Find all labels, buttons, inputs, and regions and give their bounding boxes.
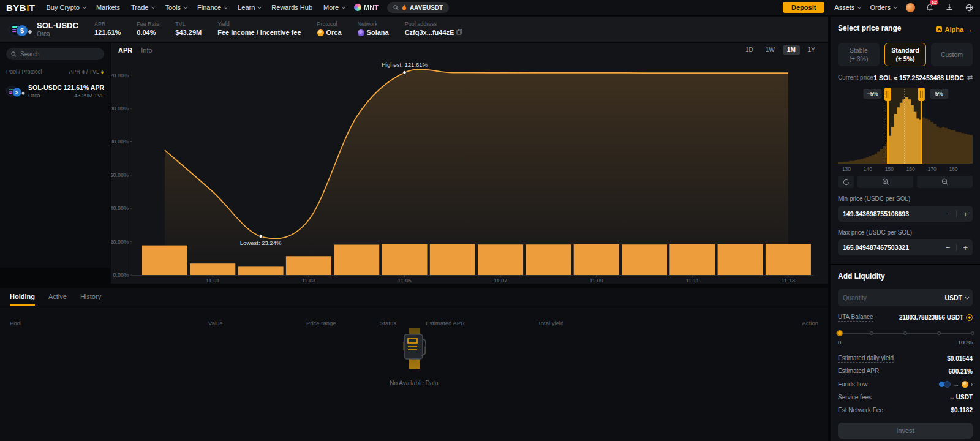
reset-icon: [843, 179, 850, 186]
min-price-input[interactable]: [843, 210, 946, 217]
reset-zoom-button[interactable]: [838, 176, 854, 188]
max-handle-grip[interactable]: [918, 88, 925, 101]
nav-item-rewards-hub[interactable]: Rewards Hub: [271, 4, 312, 11]
zoom-in-button[interactable]: [858, 176, 913, 188]
chevron-down-icon: [183, 4, 187, 9]
slider-knob[interactable]: [837, 330, 843, 336]
nav-item-trade[interactable]: Trade: [131, 4, 154, 11]
range-button-1w[interactable]: 1W: [761, 45, 779, 55]
deposit-button[interactable]: Deposit: [783, 2, 824, 13]
current-price-label: Current price: [838, 74, 873, 81]
min-handle-grip[interactable]: [884, 88, 891, 101]
orders-menu[interactable]: Orders: [870, 4, 896, 11]
price-range-selector[interactable]: −5%5%130140150160170180: [838, 85, 973, 172]
range-badge: −5%: [867, 91, 878, 97]
apr-chart[interactable]: 0.00%20.00%40.00%60.00%80.00%100.00%120.…: [111, 43, 828, 284]
max-price-decrease[interactable]: −: [946, 243, 951, 252]
chevron-down-icon: [893, 4, 897, 9]
svg-text:160: 160: [907, 166, 915, 172]
max-price-field: −+: [838, 239, 973, 255]
chart-range-buttons: 1D1W1M1Y: [741, 45, 820, 55]
slider-dot[interactable]: [870, 331, 873, 335]
row-label[interactable]: Estimated APR: [838, 368, 879, 375]
min-price-decrease[interactable]: −: [946, 209, 951, 219]
nav-item-tools[interactable]: Tools: [165, 4, 186, 11]
currency-select[interactable]: USDT: [944, 294, 968, 301]
nav-item-more[interactable]: More: [323, 4, 344, 11]
usdc-coin-icon: $: [16, 24, 28, 37]
stat-value: Fee income / incentive fee: [217, 29, 301, 37]
stat-label: Pool address: [405, 21, 463, 27]
sidebar-pool-row[interactable]: $ SOL-USDC Orca 121.61% APR 43.29M TVL: [6, 83, 104, 99]
bybit-logo[interactable]: BYBIT: [6, 2, 36, 13]
tvl-sort-icon[interactable]: [101, 70, 104, 74]
nav-item-learn[interactable]: Learn: [238, 4, 260, 11]
slider-dot[interactable]: [903, 331, 907, 335]
download-button[interactable]: [944, 2, 954, 12]
histogram-zoom-controls: [838, 176, 973, 188]
flame-icon: [402, 4, 407, 10]
chevron-down-icon: [965, 295, 969, 299]
preset-stable[interactable]: Stable(± 3%): [838, 43, 880, 66]
chart-tab-apr[interactable]: APR: [118, 47, 132, 54]
alpha-icon: A: [936, 26, 942, 32]
funds-flow-icons[interactable]: →›: [938, 381, 973, 388]
amount-slider[interactable]: [838, 330, 973, 336]
deposit-plus-icon[interactable]: +: [966, 314, 973, 321]
tab-active[interactable]: Active: [48, 293, 67, 306]
preset-standard[interactable]: Standard(± 5%): [884, 43, 926, 66]
swap-icon[interactable]: ⇄: [967, 74, 973, 81]
chart-tab-info[interactable]: Info: [141, 47, 152, 54]
notifications-button[interactable]: 62: [925, 2, 935, 12]
tab-holding[interactable]: Holding: [10, 293, 35, 306]
svg-text:11-11: 11-11: [685, 277, 699, 284]
assets-menu[interactable]: Assets: [834, 4, 860, 11]
mnt-token-link[interactable]: MNT: [354, 4, 379, 11]
avatar[interactable]: [906, 3, 915, 12]
highest-marker: [403, 71, 407, 75]
invest-button[interactable]: Invest: [838, 423, 973, 439]
preset-custom[interactable]: Custom: [931, 43, 973, 66]
range-button-1y[interactable]: 1Y: [804, 45, 820, 55]
download-icon: [946, 4, 953, 11]
nav-item-markets[interactable]: Markets: [96, 4, 120, 11]
tab-history[interactable]: History: [80, 293, 101, 306]
apr-sort-icon[interactable]: [82, 70, 85, 74]
zoom-out-icon: [941, 178, 949, 186]
slider-dot[interactable]: [937, 331, 941, 335]
nav-search[interactable]: AAVEUSDT: [387, 2, 449, 13]
pool-pair-icon: $: [9, 21, 32, 37]
sidebar-search[interactable]: Search: [6, 48, 104, 60]
nav-item-buy-crypto[interactable]: Buy Crypto: [47, 4, 85, 11]
row-protocol: Orca: [28, 92, 62, 99]
copy-icon[interactable]: [456, 29, 462, 36]
row-label[interactable]: Estimated daily yield: [838, 355, 894, 363]
estimate-row-service-fees: Service fees-- USDT: [838, 393, 973, 401]
sidebar-col-pool[interactable]: Pool / Protocol: [6, 69, 42, 75]
uta-balance-label: UTA Balance: [838, 314, 873, 322]
nav-item-finance[interactable]: Finance: [197, 4, 227, 11]
search-icon: [11, 51, 17, 57]
orca-icon: [317, 29, 324, 36]
range-badge: 5%: [935, 91, 943, 97]
arrow-right-icon: →: [966, 26, 973, 33]
max-price-label: Max price (USDC per SOL): [838, 229, 973, 236]
min-price-increase[interactable]: +: [963, 209, 968, 219]
alpha-link[interactable]: A Alpha →: [936, 26, 973, 33]
range-button-1m[interactable]: 1M: [783, 45, 800, 55]
chart-tabs: APRInfo: [118, 47, 153, 54]
zoom-in-icon: [882, 178, 889, 186]
slider-dot[interactable]: [971, 331, 974, 335]
usdc-icon: [944, 381, 951, 388]
language-button[interactable]: [964, 2, 974, 12]
max-price-input[interactable]: [843, 244, 946, 251]
svg-text:11-07: 11-07: [494, 277, 507, 284]
sidebar-sorters[interactable]: APR / TVL: [69, 69, 104, 75]
nav-menu: Buy CryptoMarketsTradeToolsFinanceLearnR…: [47, 4, 345, 11]
quantity-input[interactable]: [843, 294, 944, 301]
svg-text:180: 180: [949, 166, 957, 172]
row-apr: 121.61% APR: [64, 84, 104, 91]
range-button-1d[interactable]: 1D: [741, 45, 758, 55]
max-price-increase[interactable]: +: [963, 243, 968, 252]
zoom-out-button[interactable]: [917, 176, 973, 188]
